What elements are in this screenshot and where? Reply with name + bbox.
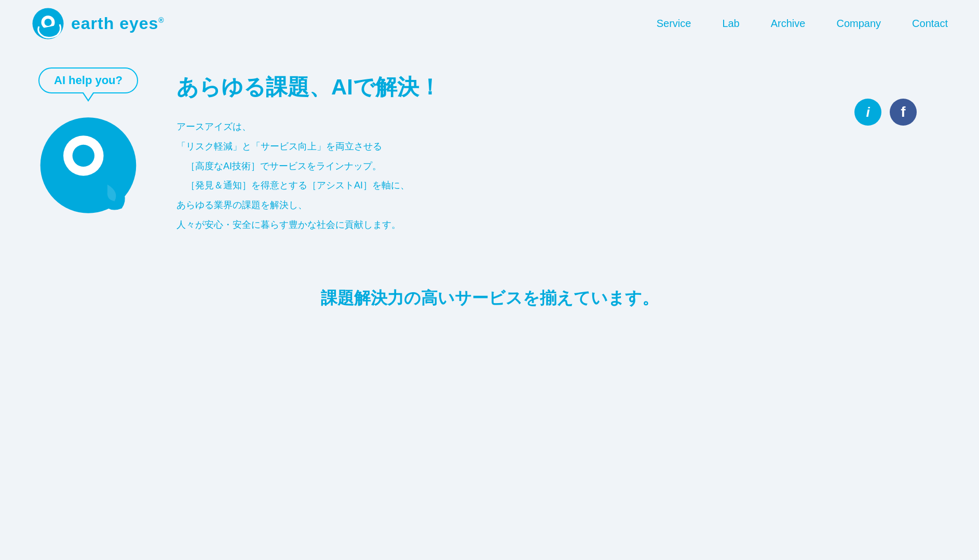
nav-archive[interactable]: Archive — [771, 18, 806, 30]
speech-bubble: AI help you? — [38, 67, 138, 93]
nav-company[interactable]: Company — [836, 18, 881, 30]
nav-contact[interactable]: Contact — [912, 18, 948, 30]
desc-line-0: アースアイズは、 — [176, 117, 948, 137]
facebook-icon-button[interactable]: f — [890, 99, 917, 126]
hero-left: AI help you? — [31, 67, 145, 218]
nav-lab[interactable]: Lab — [722, 18, 739, 30]
nav-service[interactable]: Service — [657, 18, 691, 30]
desc-line-5: 人々が安心・安全に暮らす豊かな社会に貢献します。 — [176, 215, 948, 235]
svg-point-2 — [45, 19, 52, 26]
logo-text: earth eyes® — [71, 14, 165, 33]
service-tagline: 課題解決力の高いサービスを揃えています。 — [31, 277, 948, 320]
hero-description: アースアイズは、「リスク軽減」と「サービス向上」を両立させる ［高度なAI技術］… — [176, 117, 948, 235]
info-icon-button[interactable]: i — [854, 99, 881, 126]
hero-section: AI help you? あらゆる課題、AIで解決！ アースアイズは、「リスク軽… — [31, 67, 948, 235]
hero-title: あらゆる課題、AIで解決！ — [176, 73, 948, 102]
desc-line-2: ［高度なAI技術］でサービスをラインナップ。 — [176, 157, 948, 176]
social-icons: i f — [854, 99, 917, 126]
svg-point-5 — [73, 145, 94, 167]
desc-line-3: ［発見＆通知］を得意とする［アシストAI］を軸に、 — [176, 176, 948, 196]
main-nav: Service Lab Archive Company Contact — [657, 18, 948, 30]
logo-icon — [31, 7, 65, 40]
desc-line-1: 「リスク軽減」と「サービス向上」を両立させる — [176, 137, 948, 157]
mascot-illustration — [31, 93, 145, 218]
hero-right: あらゆる課題、AIで解決！ アースアイズは、「リスク軽減」と「サービス向上」を両… — [176, 67, 948, 235]
logo-link[interactable]: earth eyes® — [31, 7, 165, 40]
desc-line-4: あらゆる業界の課題を解決し、 — [176, 196, 948, 215]
